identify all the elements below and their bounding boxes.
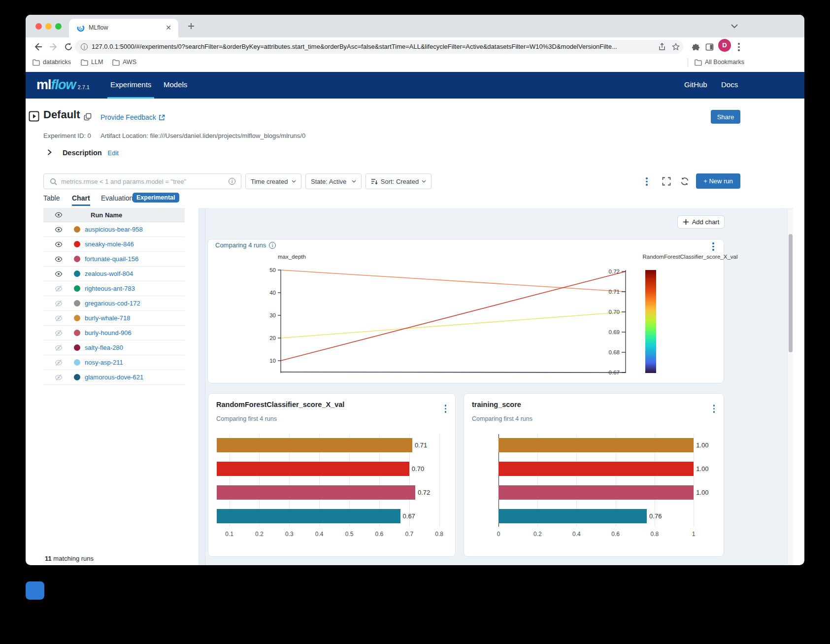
tab-table[interactable]: Table — [43, 194, 60, 202]
all-bookmarks-button[interactable]: All Bookmarks — [695, 59, 744, 66]
tab-close-icon[interactable]: ✕ — [166, 24, 171, 32]
visibility-off-icon[interactable] — [55, 285, 63, 293]
collapse-sidebar-icon[interactable] — [29, 111, 39, 122]
x-tick-label: 1 — [692, 531, 696, 538]
forward-icon[interactable] — [49, 42, 58, 51]
description-edit-link[interactable]: Edit — [108, 149, 119, 157]
run-color-dot — [74, 344, 80, 351]
tab-evaluation[interactable]: Evaluation — [101, 194, 133, 202]
side-panel-icon[interactable] — [705, 43, 714, 51]
visibility-icon[interactable] — [55, 211, 63, 219]
reload-icon[interactable] — [64, 42, 73, 51]
bookmark-star-icon[interactable] — [672, 43, 680, 51]
bar-chart-menu-icon[interactable] — [713, 405, 715, 413]
expand-chevron-icon[interactable] — [47, 149, 52, 155]
copy-icon[interactable] — [84, 113, 92, 121]
visibility-off-icon[interactable] — [55, 300, 63, 307]
chart-info-icon[interactable]: i — [269, 242, 276, 249]
nav-docs[interactable]: Docs — [721, 80, 738, 89]
panel-resize-handle[interactable] — [199, 208, 205, 565]
bar-value-label: 0.76 — [649, 509, 662, 523]
run-row: fortunate-quail-156 — [43, 252, 185, 267]
run-color-dot — [74, 241, 80, 247]
chevron-down-icon — [352, 180, 356, 183]
sort-dropdown[interactable]: Sort: Created — [365, 173, 432, 189]
new-tab-icon[interactable] — [187, 22, 195, 30]
provide-feedback-link[interactable]: Provide Feedback — [100, 113, 165, 121]
bookmark-aws[interactable]: AWS — [112, 59, 136, 66]
x-tick-label: 0.8 — [435, 531, 443, 538]
share-page-icon[interactable] — [658, 43, 666, 51]
bar-zealous-wolf-804[interactable] — [217, 509, 400, 523]
bookmark-databricks[interactable]: databricks — [33, 59, 71, 66]
bar-fortunate-quail-156[interactable] — [217, 485, 415, 500]
run-name-link[interactable]: burly-hound-906 — [85, 329, 132, 337]
run-name-link[interactable]: salty-flea-280 — [85, 344, 123, 351]
panel-scrollbar[interactable] — [787, 209, 793, 565]
run-name-link[interactable]: auspicious-bear-958 — [85, 226, 143, 233]
tab-chart[interactable]: Chart — [72, 194, 90, 202]
tab-search-chevron-icon[interactable] — [731, 24, 738, 29]
bar-auspicious-bear-958[interactable] — [498, 438, 694, 452]
visibility-on-icon[interactable] — [55, 255, 63, 263]
run-name-link[interactable]: gregarious-cod-172 — [85, 300, 140, 307]
run-name-link[interactable]: sneaky-mole-846 — [85, 240, 134, 248]
close-window-button[interactable] — [35, 23, 42, 30]
dock-icon[interactable] — [26, 581, 44, 600]
parallel-chart-menu-icon[interactable] — [712, 242, 714, 251]
visibility-on-icon[interactable] — [55, 240, 63, 248]
nav-models[interactable]: Models — [164, 80, 187, 89]
time-created-dropdown[interactable]: Time created — [245, 173, 301, 189]
new-run-button[interactable]: + New run — [696, 173, 740, 189]
back-icon[interactable] — [33, 42, 42, 51]
run-name-link[interactable]: righteous-ant-783 — [85, 285, 135, 292]
address-bar[interactable]: i 127.0.0.1:5000/#/experiments/0?searchF… — [75, 40, 683, 54]
scrollbar-thumb[interactable] — [789, 234, 793, 352]
extensions-icon[interactable] — [692, 43, 700, 51]
bar-fortunate-quail-156[interactable] — [498, 485, 694, 500]
search-info-icon[interactable]: i — [229, 178, 235, 185]
visibility-on-icon[interactable] — [55, 226, 63, 234]
site-info-icon[interactable]: i — [81, 43, 88, 50]
run-row: burly-whale-718 — [43, 311, 185, 326]
folder-icon — [33, 59, 40, 66]
run-name-link[interactable]: glamorous-dove-621 — [85, 373, 143, 381]
share-button[interactable]: Share — [711, 110, 740, 124]
bar-zealous-wolf-804[interactable] — [498, 509, 647, 523]
run-name-link[interactable]: nosy-asp-211 — [85, 359, 123, 366]
bar-chart-title: RandomForestClassifier_score_X_val — [216, 401, 344, 408]
bar-sneaky-mole-846[interactable] — [217, 462, 409, 476]
state-dropdown[interactable]: State: Active — [305, 173, 362, 189]
mlflow-logo[interactable]: mlflow2.7.1 — [36, 77, 90, 93]
run-name-link[interactable]: fortunate-quail-156 — [85, 255, 138, 263]
visibility-off-icon[interactable] — [55, 359, 63, 367]
run-name-link[interactable]: zealous-wolf-804 — [85, 270, 133, 277]
bookmark-llm[interactable]: LLM — [81, 59, 103, 66]
browser-tab-mlflow[interactable]: MLflow ✕ — [69, 19, 178, 37]
visibility-off-icon[interactable] — [55, 373, 63, 381]
bar-chart-card-rfc-score: RandomForestClassifier_score_X_val Compa… — [208, 393, 456, 557]
visibility-on-icon[interactable] — [55, 270, 63, 278]
runs-more-menu-icon[interactable] — [646, 177, 648, 186]
nav-experiments[interactable]: Experiments — [110, 80, 151, 89]
add-chart-button[interactable]: Add chart — [677, 215, 725, 229]
fullscreen-icon[interactable] — [662, 177, 671, 186]
minimize-window-button[interactable] — [45, 23, 52, 30]
bar-sneaky-mole-846[interactable] — [498, 462, 694, 476]
visibility-off-icon[interactable] — [55, 329, 63, 337]
bar-auspicious-bear-958[interactable] — [217, 438, 412, 452]
bar-chart-subtitle: Comparing first 4 runs — [472, 415, 532, 422]
x-tick-label: 0.6 — [375, 531, 384, 538]
run-name-link[interactable]: burly-whale-718 — [85, 314, 131, 322]
run-name-column-header: Run Name — [91, 211, 122, 219]
nav-github[interactable]: GitHub — [684, 80, 707, 89]
browser-menu-icon[interactable] — [738, 43, 740, 51]
runs-search-box[interactable]: i — [43, 173, 241, 189]
profile-avatar[interactable]: D — [718, 39, 731, 52]
zoom-window-button[interactable] — [55, 23, 62, 30]
visibility-off-icon[interactable] — [55, 314, 63, 322]
refresh-icon[interactable] — [680, 177, 689, 186]
search-input[interactable] — [61, 178, 229, 185]
visibility-off-icon[interactable] — [55, 344, 63, 352]
bar-chart-menu-icon[interactable] — [445, 405, 447, 413]
